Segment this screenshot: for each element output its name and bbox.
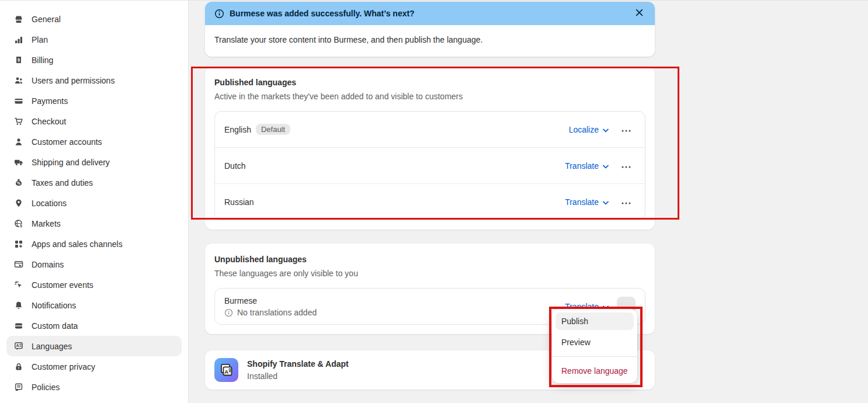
sidebar-item-shipping-delivery[interactable]: Shipping and delivery xyxy=(6,152,182,172)
kebab-menu-icon xyxy=(622,197,631,206)
localize-label: Localize xyxy=(569,125,599,134)
sidebar-item-customer-events[interactable]: Customer events xyxy=(6,275,182,295)
browser-domain-icon xyxy=(13,259,24,270)
translate-adapt-app-icon: A xyxy=(214,358,238,382)
lock-icon xyxy=(13,362,24,372)
english-more-actions-button[interactable] xyxy=(617,120,636,139)
sidebar-item-users-permissions[interactable]: Users and permissions xyxy=(6,70,182,91)
success-banner: Burmese was added successfully. What’s n… xyxy=(205,2,655,57)
cart-icon xyxy=(13,116,24,127)
database-icon xyxy=(13,321,24,331)
sidebar-item-label: Custom data xyxy=(32,321,78,331)
svg-text:A: A xyxy=(224,369,228,375)
sidebar-item-label: Markets xyxy=(32,219,61,228)
sidebar-item-customer-privacy[interactable]: Customer privacy xyxy=(6,356,182,377)
sidebar-item-payments[interactable]: Payments xyxy=(6,91,182,111)
published-languages-title: Published languages xyxy=(214,76,645,89)
unpublished-languages-subtitle: These languages are only visible to you xyxy=(214,267,645,280)
language-row-dutch: Dutch Translate xyxy=(215,147,645,183)
svg-text:$: $ xyxy=(20,224,22,228)
money-bag-icon: % xyxy=(13,178,24,188)
document-icon xyxy=(13,382,24,392)
globe-icon: $ xyxy=(13,218,24,229)
app-installed-status: Installed xyxy=(247,370,349,382)
published-languages-card: Published languages Active in the market… xyxy=(205,67,655,230)
sidebar-item-languages[interactable]: A Languages xyxy=(6,336,182,356)
settings-page: General Plan $ Billing Users and permiss… xyxy=(0,0,868,403)
sidebar-item-locations[interactable]: Locations xyxy=(6,193,182,213)
unpublished-languages-title: Unpublished languages xyxy=(214,253,645,266)
sidebar-item-label: Shipping and delivery xyxy=(32,158,110,167)
translate-dropdown-button[interactable]: Translate xyxy=(565,197,609,207)
language-name: English xyxy=(224,125,251,134)
language-row-russian: Russian Translate xyxy=(215,183,645,220)
chevron-down-icon xyxy=(603,161,609,171)
translate-icon: A xyxy=(13,341,24,352)
menu-divider xyxy=(552,356,637,357)
default-badge: Default xyxy=(256,124,290,135)
localize-dropdown-button[interactable]: Localize xyxy=(569,125,609,134)
location-pin-icon xyxy=(13,198,24,209)
sidebar-item-label: Notifications xyxy=(32,301,76,310)
dutch-more-actions-button[interactable] xyxy=(617,156,636,175)
published-languages-list: English Default Localize Dutch xyxy=(214,111,645,220)
language-name: Russian xyxy=(224,197,254,207)
translation-status: No translations added xyxy=(224,308,317,317)
published-languages-subtitle: Active in the markets they've been added… xyxy=(214,90,645,103)
translate-label: Translate xyxy=(565,161,599,171)
sidebar-item-billing[interactable]: $ Billing xyxy=(6,50,182,70)
sidebar-item-checkout[interactable]: Checkout xyxy=(6,111,182,131)
sidebar-item-label: General xyxy=(32,15,61,24)
success-banner-header: Burmese was added successfully. What’s n… xyxy=(205,2,655,25)
sidebar-item-custom-data[interactable]: Custom data xyxy=(6,315,182,336)
apps-grid-icon xyxy=(13,239,24,249)
sidebar-item-label: Domains xyxy=(32,260,64,269)
chevron-down-icon xyxy=(603,197,609,207)
sidebar-item-label: Checkout xyxy=(32,117,66,126)
sidebar-item-label: Plan xyxy=(32,35,48,44)
chart-bars-icon xyxy=(13,34,24,45)
sidebar-item-label: Policies xyxy=(32,383,60,392)
sidebar-item-label: Languages xyxy=(32,342,72,351)
settings-sidebar: General Plan $ Billing Users and permiss… xyxy=(0,1,189,403)
language-name: Dutch xyxy=(224,161,246,171)
kebab-menu-icon xyxy=(622,161,631,170)
svg-text:A: A xyxy=(16,343,19,348)
menu-item-preview[interactable]: Preview xyxy=(555,333,634,351)
sidebar-item-notifications[interactable]: Notifications xyxy=(6,295,182,315)
sidebar-item-label: Locations xyxy=(32,199,67,208)
russian-more-actions-button[interactable] xyxy=(617,192,636,211)
translate-dropdown-button[interactable]: Translate xyxy=(565,161,609,171)
sidebar-item-policies[interactable]: Policies xyxy=(6,377,182,397)
sidebar-item-markets[interactable]: $ Markets xyxy=(6,213,182,234)
sidebar-item-domains[interactable]: Domains xyxy=(6,254,182,275)
sidebar-item-label: Taxes and duties xyxy=(32,178,93,187)
menu-item-remove-language[interactable]: Remove language xyxy=(555,362,634,380)
translate-label: Translate xyxy=(565,197,599,207)
receipt-icon: $ xyxy=(13,55,24,65)
sidebar-item-apps-sales-channels[interactable]: Apps and sales channels xyxy=(6,234,182,254)
close-icon xyxy=(636,9,643,18)
language-row-english: English Default Localize xyxy=(215,112,645,147)
sidebar-item-label: Customer events xyxy=(32,280,93,290)
banner-close-button[interactable] xyxy=(633,6,645,20)
menu-item-publish[interactable]: Publish xyxy=(555,312,634,330)
cursor-click-icon xyxy=(13,280,24,290)
credit-card-icon xyxy=(13,96,24,106)
sidebar-item-label: Users and permissions xyxy=(32,76,114,85)
sidebar-item-taxes-duties[interactable]: % Taxes and duties xyxy=(6,172,182,193)
info-icon xyxy=(224,308,233,317)
languages-settings-main: Burmese was added successfully. What’s n… xyxy=(189,1,868,403)
sidebar-item-general[interactable]: General xyxy=(6,9,182,29)
banner-body-text: Translate your store content into Burmes… xyxy=(205,25,655,57)
app-title: Shopify Translate & Adapt xyxy=(247,358,349,370)
burmese-actions-menu: Publish Preview Remove language xyxy=(552,309,637,383)
sidebar-item-customer-accounts[interactable]: Customer accounts xyxy=(6,131,182,152)
language-name: Burmese xyxy=(224,296,257,305)
truck-icon xyxy=(13,157,24,168)
sidebar-item-label: Billing xyxy=(32,55,53,65)
banner-title: Burmese was added successfully. What’s n… xyxy=(230,9,415,18)
sidebar-item-plan[interactable]: Plan xyxy=(6,29,182,50)
info-icon xyxy=(214,9,224,19)
person-icon xyxy=(13,137,24,147)
